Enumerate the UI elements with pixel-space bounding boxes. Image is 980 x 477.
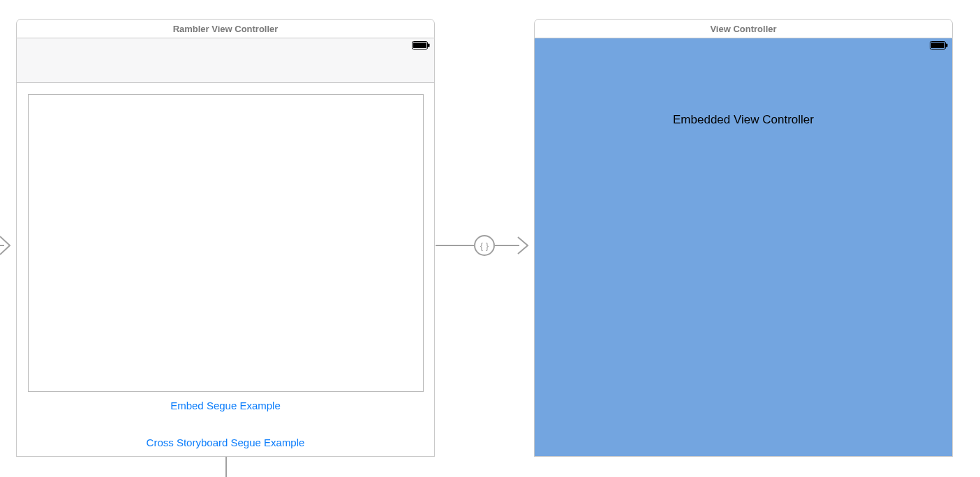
scene-rambler-title: Rambler View Controller	[173, 24, 279, 34]
embed-segue-example-label: Embed Segue Example	[170, 400, 281, 411]
scene-viewcontroller-body[interactable]: Embedded View Controller	[534, 38, 953, 457]
cross-storyboard-segue-example-button[interactable]: Cross Storyboard Segue Example	[17, 437, 434, 448]
scene-viewcontroller-title: View Controller	[710, 24, 776, 34]
storyboard-entry-arrow-icon	[0, 234, 15, 257]
cross-storyboard-segue-arrow[interactable]	[225, 457, 228, 477]
battery-icon	[412, 41, 430, 50]
status-bar	[17, 38, 434, 52]
embedded-view-controller-label: Embedded View Controller	[535, 113, 952, 127]
embedded-view	[535, 38, 952, 456]
embed-segue-example-button[interactable]: Embed Segue Example	[17, 400, 434, 411]
svg-rect-9	[931, 43, 944, 48]
scene-rambler-body[interactable]: Embed Segue Example Cross Storyboard Seg…	[16, 38, 435, 457]
container-view[interactable]	[28, 94, 424, 392]
svg-rect-3	[428, 44, 430, 47]
cross-storyboard-segue-example-label: Cross Storyboard Segue Example	[147, 437, 305, 448]
segue-type-icon: { }	[480, 241, 489, 251]
svg-rect-2	[413, 43, 426, 48]
embed-segue-arrow[interactable]: { }	[436, 235, 533, 256]
status-bar	[535, 38, 952, 52]
scene-viewcontroller-header[interactable]: View Controller	[534, 19, 953, 38]
svg-rect-10	[946, 44, 948, 47]
battery-icon	[930, 41, 948, 50]
scene-rambler-header[interactable]: Rambler View Controller	[16, 19, 435, 38]
